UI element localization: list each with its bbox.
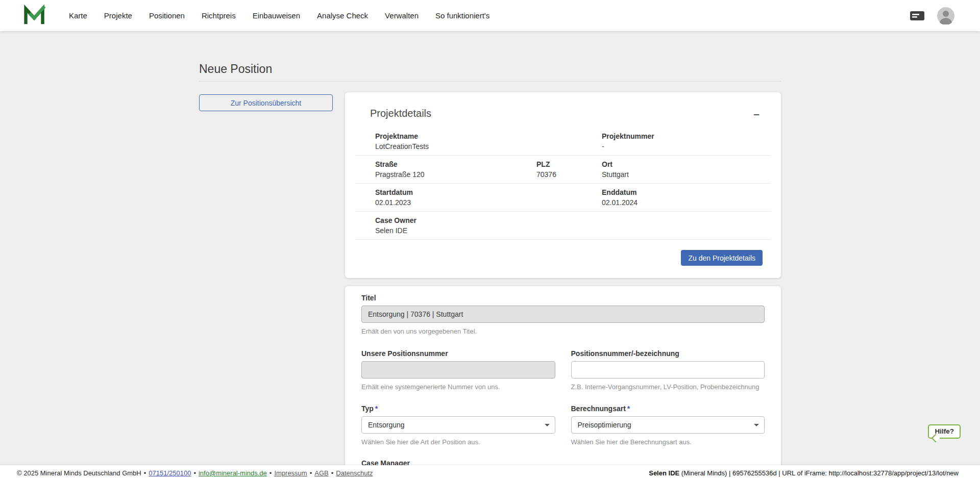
impressum-link[interactable]: Impressum [274,469,307,477]
chevron-down-icon [754,424,759,426]
nav-item-positionen[interactable]: Positionen [149,11,185,20]
project-card-title: Projektdetails [370,108,431,119]
brand-logo[interactable] [23,4,45,28]
page-title: Neue Position [199,62,781,76]
nav-item-einbauweisen[interactable]: Einbauweisen [253,11,300,20]
project-detail-rows: Projektname LotCreationTests Projektnumm… [355,128,771,240]
detail-strasse: Straße Pragstraße 120 [375,160,536,179]
typ-helper: Wählen Sie hier die Art der Position aus… [361,438,555,446]
footer-links: © 2025 Mineral Minds Deutschland GmbH • … [17,469,373,477]
chevron-down-icon [545,424,550,426]
project-details-button[interactable]: Zu den Projektdetails [681,250,763,266]
unsere-positionsnummer-label: Unsere Positionsnummer [361,349,555,358]
footer: © 2025 Mineral Minds Deutschland GmbH • … [0,465,980,481]
detail-startdatum: Startdatum 02.01.2023 [375,188,602,207]
field-typ: Typ* Entsorgung Wählen Sie hier die Art … [361,404,555,446]
nav-item-verwalten[interactable]: Verwalten [385,11,419,20]
detail-plz: PLZ 70376 [536,160,602,179]
user-name: Selen IDE [649,469,679,477]
field-berechnungsart: Berechnungsart* Preisoptimierung Wählen … [571,404,765,446]
main-nav: Karte Projekte Positionen Richtpreis Ein… [69,11,506,20]
nav-item-karte[interactable]: Karte [69,11,87,20]
copyright-text: © 2025 Mineral Minds Deutschland GmbH [17,469,141,477]
titel-helper: Erhält den von uns vorgegebenen Titel. [361,327,765,335]
field-unsere-positionsnummer: Unsere Positionsnummer Erhält eine syste… [361,349,555,391]
table-row: Straße Pragstraße 120 PLZ 70376 Ort Stut… [355,156,771,184]
unsere-positionsnummer-input [361,361,555,378]
nav-item-so-funktionierts[interactable]: So funktioniert's [435,11,489,20]
positionsnummer-helper: Z.B. Interne-Vorgangsnummer, LV-Position… [571,383,765,391]
collapse-icon[interactable]: – [753,108,760,119]
field-positionsnummer: Positionsnummer/-bezeichnung Z.B. Intern… [571,349,765,391]
required-asterisk: * [627,404,630,413]
titel-label: Titel [361,294,765,302]
help-button[interactable]: Hilfe? [928,424,961,439]
mineral-minds-logo-icon [23,4,45,28]
nav-item-analyse-check[interactable]: Analyse Check [317,11,368,20]
phone-link[interactable]: 07151/250100 [149,469,191,477]
required-asterisk: * [375,404,378,413]
email-link[interactable]: info@mineral-minds.de [199,469,267,477]
datenschutz-link[interactable]: Datenschutz [336,469,373,477]
new-position-form-card: Titel Erhält den von uns vorgegebenen Ti… [345,286,781,465]
agb-link[interactable]: AGB [314,469,328,477]
field-case-manager: Case Manager [361,459,765,465]
detail-projektname: Projektname LotCreationTests [375,132,602,150]
position-overview-button[interactable]: Zur Positionsübersicht [199,94,333,111]
header-actions [910,7,954,24]
typ-label: Typ* [361,404,555,413]
table-row: Case Owner Selen IDE [355,212,771,240]
case-manager-label: Case Manager [361,459,765,465]
project-details-card: Projektdetails – Projektname LotCreation… [345,92,781,278]
main-content: Neue Position Zur Positionsübersicht Pro… [0,31,980,465]
server-icon[interactable] [910,10,925,22]
berechnungsart-helper: Wählen Sie hier die Berechnungsart aus. [571,438,765,446]
detail-enddatum: Enddatum 02.01.2024 [602,188,771,207]
unsere-positionsnummer-helper: Erhält eine systemgenerierte Nummer von … [361,383,555,391]
typ-select[interactable]: Entsorgung [361,416,555,434]
nav-item-richtpreis[interactable]: Richtpreis [202,11,236,20]
berechnungsart-select[interactable]: Preisoptimierung [571,416,765,434]
titel-input [361,306,765,323]
berechnungsart-label: Berechnungsart* [571,404,765,413]
left-column: Zur Positionsübersicht [199,92,333,465]
table-row: Startdatum 02.01.2023 Enddatum 02.01.202… [355,184,771,212]
table-row: Projektname LotCreationTests Projektnumm… [355,128,771,156]
detail-case-owner: Case Owner Selen IDE [375,216,771,235]
detail-projektnummer: Projektnummer - [602,132,771,150]
title-divider [199,81,781,82]
detail-ort: Ort Stuttgart [602,160,771,179]
positionsnummer-input[interactable] [571,361,765,378]
positionsnummer-label: Positionsnummer/-bezeichnung [571,349,765,358]
session-info: Selen IDE (Mineral Minds) | 69576255536d… [649,469,959,477]
nav-item-projekte[interactable]: Projekte [104,11,132,20]
navbar: Karte Projekte Positionen Richtpreis Ein… [0,0,980,31]
user-avatar[interactable] [937,7,954,24]
session-details: (Mineral Minds) | 69576255536d | URL of … [679,469,959,477]
